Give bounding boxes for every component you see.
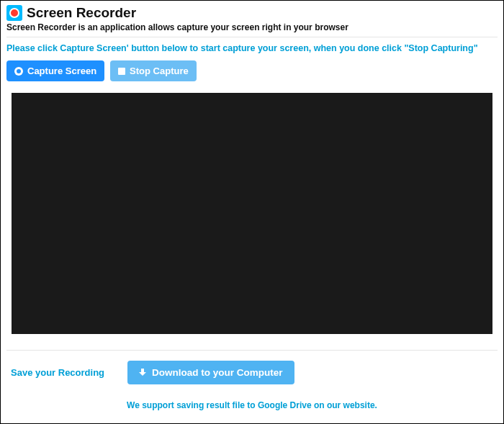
download-button-label: Download to your Computer — [152, 367, 283, 378]
app-logo-icon — [6, 5, 22, 21]
capture-screen-button[interactable]: Capture Screen — [6, 60, 104, 81]
record-icon — [14, 67, 23, 76]
instruction-text: Please click Capture Screen' button belo… — [6, 43, 498, 53]
app-subtitle: Screen Recorder is an application allows… — [6, 22, 498, 32]
save-recording-label: Save your Recording — [6, 367, 127, 378]
download-button[interactable]: Download to your Computer — [127, 361, 294, 384]
stop-icon — [118, 68, 125, 75]
stop-button-label: Stop Capture — [130, 66, 189, 76]
stop-capture-button[interactable]: Stop Capture — [110, 60, 197, 81]
app-title: Screen Recorder — [27, 5, 136, 21]
control-button-row: Capture Screen Stop Capture — [6, 60, 498, 81]
download-icon — [139, 369, 146, 377]
capture-button-label: Capture Screen — [27, 66, 96, 76]
divider — [6, 350, 498, 351]
video-preview-area — [12, 93, 492, 334]
footer-note: We support saving result file to Google … — [6, 400, 498, 410]
save-row: Save your Recording Download to your Com… — [6, 361, 498, 384]
app-header: Screen Recorder — [6, 5, 498, 21]
divider — [6, 37, 498, 37]
